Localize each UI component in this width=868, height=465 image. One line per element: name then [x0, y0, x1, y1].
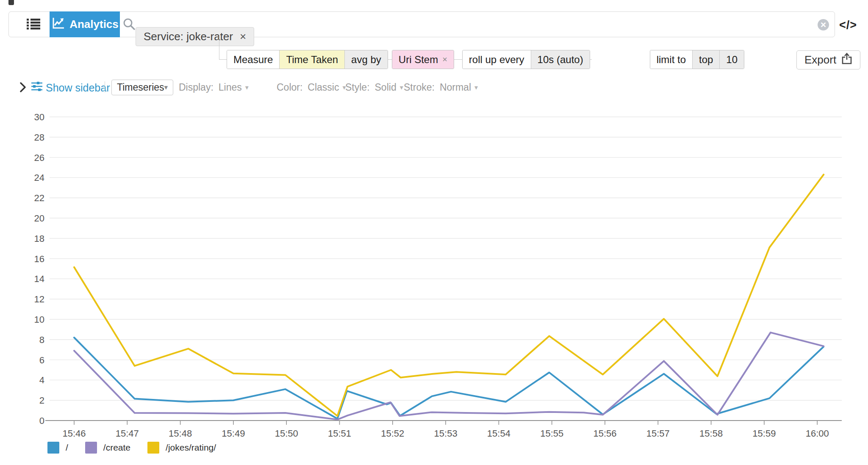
- legend-item[interactable]: /create: [85, 442, 130, 454]
- search-icon: [123, 18, 136, 32]
- legend-item[interactable]: /jokes/rating/: [147, 442, 216, 454]
- export-share-icon: [841, 53, 852, 68]
- rollup-value-cell[interactable]: 10s (auto): [531, 50, 590, 69]
- svg-text:15:55: 15:55: [540, 428, 563, 439]
- view-mode-select[interactable]: Timeseries ▾: [111, 80, 173, 95]
- svg-text:15:53: 15:53: [434, 428, 458, 439]
- menu-list-icon[interactable]: [27, 18, 40, 30]
- filter-tag-close-icon[interactable]: ×: [240, 30, 246, 43]
- display-label: Display:: [179, 82, 214, 93]
- svg-text:15:50: 15:50: [275, 428, 298, 439]
- clear-search-button[interactable]: ✕: [818, 19, 829, 30]
- svg-text:15:58: 15:58: [699, 428, 723, 439]
- view-mode-value: Timeseries: [117, 82, 164, 93]
- group-by-group: Uri Stem ×: [392, 50, 454, 69]
- code-icon: </>: [839, 19, 857, 31]
- measure-value-cell[interactable]: Time Taken: [279, 50, 344, 69]
- svg-text:14: 14: [34, 274, 44, 284]
- export-label: Export: [804, 53, 836, 66]
- analytics-button[interactable]: Analytics: [50, 11, 120, 37]
- show-sidebar-label: Show sidebar: [46, 82, 110, 94]
- svg-text:22: 22: [34, 193, 44, 203]
- chevron-down-icon: ▾: [400, 83, 403, 91]
- color-value: Classic: [308, 82, 339, 93]
- svg-text:24: 24: [34, 172, 44, 183]
- svg-text:15:54: 15:54: [487, 428, 510, 439]
- svg-text:30: 30: [34, 112, 44, 122]
- svg-text:15:52: 15:52: [381, 428, 404, 439]
- expand-chevron-button[interactable]: [19, 82, 26, 94]
- svg-text:4: 4: [39, 375, 44, 385]
- svg-text:15:47: 15:47: [116, 428, 139, 439]
- svg-text:15:46: 15:46: [62, 428, 86, 439]
- svg-text:15:48: 15:48: [169, 428, 192, 439]
- limit-label-cell[interactable]: limit to: [650, 50, 692, 69]
- measure-label-cell[interactable]: Measure: [227, 50, 279, 69]
- svg-text:12: 12: [34, 294, 44, 304]
- code-view-button[interactable]: </>: [839, 19, 857, 32]
- svg-text:16: 16: [34, 254, 44, 264]
- legend-label: /: [66, 443, 68, 453]
- timeseries-chart: 02468101214161820222426283015:4615:4715:…: [0, 0, 868, 465]
- filter-tag-label: Service: joke-rater: [144, 30, 233, 43]
- legend-swatch: [85, 442, 97, 454]
- stroke-dropdown[interactable]: Stroke: Normal ▾: [404, 82, 478, 93]
- svg-text:8: 8: [39, 335, 44, 345]
- group-by-value-cell[interactable]: Uri Stem ×: [392, 50, 454, 69]
- stroke-value: Normal: [440, 82, 471, 93]
- show-sidebar-button[interactable]: Show sidebar: [31, 81, 110, 94]
- svg-text:0: 0: [39, 415, 44, 426]
- svg-text:15:51: 15:51: [328, 428, 351, 439]
- legend-label: /create: [103, 443, 130, 453]
- chart-legend: //create/jokes/rating/: [47, 441, 216, 454]
- display-dropdown[interactable]: Display: Lines ▾: [179, 82, 249, 93]
- svg-text:15:59: 15:59: [752, 428, 776, 439]
- window-corner-artifact: [8, 0, 14, 5]
- sliders-icon: [31, 81, 42, 94]
- chevron-down-icon: ▾: [474, 83, 478, 91]
- chevron-down-icon: ▾: [164, 83, 168, 92]
- measure-group: Measure Time Taken avg by: [227, 50, 388, 69]
- analytics-chart-icon: [51, 17, 65, 33]
- stroke-label: Stroke:: [404, 82, 435, 93]
- limit-group: limit to top 10: [650, 50, 744, 69]
- chevron-down-icon: ▾: [245, 83, 249, 91]
- svg-text:26: 26: [34, 152, 44, 163]
- legend-swatch: [147, 442, 159, 454]
- analytics-label: Analytics: [69, 18, 119, 31]
- service-filter-tag[interactable]: Service: joke-rater ×: [136, 27, 254, 46]
- rollup-group: roll up every 10s (auto): [462, 50, 590, 69]
- controls-divider: [105, 81, 105, 92]
- style-label: Style:: [345, 82, 370, 93]
- display-value: Lines: [219, 82, 242, 93]
- avg-by-cell[interactable]: avg by: [344, 50, 388, 69]
- query-builder-row: Measure Time Taken avg by Uri Stem × rol…: [227, 50, 744, 69]
- rollup-label-cell[interactable]: roll up every: [463, 50, 531, 69]
- style-value: Solid: [375, 82, 397, 93]
- svg-text:20: 20: [34, 213, 44, 224]
- group-by-value-label: Uri Stem: [399, 54, 438, 66]
- color-label: Color:: [277, 82, 302, 93]
- svg-text:10: 10: [34, 314, 44, 325]
- limit-mode-cell[interactable]: top: [692, 50, 719, 69]
- svg-text:15:49: 15:49: [222, 428, 245, 439]
- export-button[interactable]: Export: [796, 50, 860, 69]
- clear-icon: ✕: [820, 20, 826, 30]
- legend-swatch: [47, 442, 59, 454]
- svg-text:6: 6: [39, 355, 44, 365]
- legend-item[interactable]: /: [47, 442, 68, 454]
- style-dropdown[interactable]: Style: Solid ▾: [345, 82, 403, 93]
- color-dropdown[interactable]: Color: Classic ▾: [277, 82, 346, 93]
- legend-label: /jokes/rating/: [166, 443, 216, 453]
- svg-text:16:00: 16:00: [806, 428, 829, 439]
- group-by-remove-icon[interactable]: ×: [442, 55, 447, 64]
- svg-text:28: 28: [34, 132, 44, 143]
- svg-text:15:56: 15:56: [593, 428, 616, 439]
- svg-text:2: 2: [39, 395, 44, 406]
- query-connector-vertical: [219, 35, 219, 59]
- limit-value-cell[interactable]: 10: [719, 50, 744, 69]
- svg-text:18: 18: [34, 233, 44, 244]
- svg-text:15:57: 15:57: [646, 428, 670, 439]
